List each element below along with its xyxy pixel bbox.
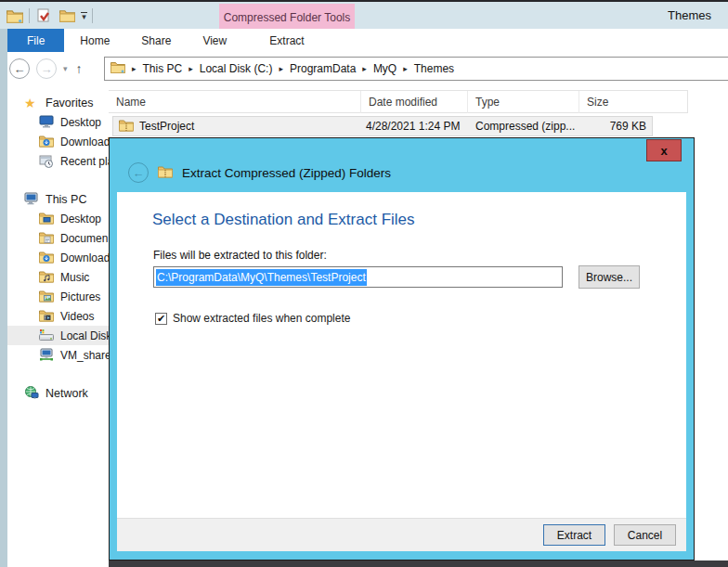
breadcrumb-programdata[interactable]: ProgramData [290, 62, 356, 75]
extract-dialog: x ← Extract Compressed (Zipped) Folders … [109, 137, 695, 561]
sidebar-item-desktop-fav[interactable]: Desktop [7, 112, 109, 132]
breadcrumb: ▸ This PC ▸ Local Disk (C:) ▸ ProgramDat… [125, 62, 454, 75]
ribbon-tab-row: File Home Share View Extract [0, 29, 728, 52]
sidebar-section-network[interactable]: Network [7, 383, 109, 403]
dialog-title: Extract Compressed (Zipped) Folders [182, 166, 391, 180]
zip-folder-icon [119, 119, 134, 134]
back-button[interactable]: ← [9, 58, 30, 79]
file-size: 769 KB [546, 117, 646, 135]
breadcrumb-myq[interactable]: MyQ [373, 62, 396, 75]
crumb-arrow-icon: ▸ [396, 64, 414, 73]
favorites-star-icon: ★ [24, 96, 39, 110]
address-bar[interactable]: ▸ This PC ▸ Local Disk (C:) ▸ ProgramDat… [104, 57, 728, 81]
window-folder-icon[interactable] [6, 6, 24, 25]
column-header-size[interactable]: Size [578, 91, 688, 113]
contextual-tab-group-label: Compressed Folder Tools [219, 4, 355, 31]
sidebar-label: Desktop [60, 213, 101, 226]
navigation-pane: ★ Favorites Desktop Download Recent pla … [7, 93, 109, 567]
crumb-arrow-icon: ▸ [356, 64, 373, 73]
file-name: TestProject [139, 120, 194, 133]
window-left-border [0, 29, 7, 567]
back-icon: ← [14, 62, 26, 76]
sidebar-item-desktop[interactable]: Desktop [7, 209, 109, 228]
sidebar-item-videos[interactable]: Videos [7, 306, 109, 326]
sidebar-item-pictures[interactable]: Pictures [7, 287, 109, 306]
sidebar-label: Music [60, 271, 89, 284]
qat-divider [29, 8, 30, 23]
this-pc-icon [24, 192, 39, 207]
new-folder-icon[interactable] [58, 6, 76, 25]
downloads-folder-icon [39, 135, 54, 149]
sidebar-label: Network [46, 387, 88, 400]
qat-divider [92, 8, 93, 23]
sidebar-label: Local Disk [60, 329, 109, 342]
show-files-checkbox-row[interactable]: ✔ Show extracted files when complete [155, 312, 350, 325]
window-bottom-shadow [109, 561, 728, 567]
network-globe-icon [24, 386, 39, 401]
breadcrumb-this-pc[interactable]: This PC [143, 62, 183, 75]
dialog-footer: Extract Cancel [117, 518, 686, 551]
checkbox-checked-icon[interactable]: ✔ [155, 313, 167, 325]
cancel-button[interactable]: Cancel [614, 524, 676, 546]
column-header-type[interactable]: Type [467, 91, 578, 113]
desktop-monitor-icon [39, 115, 54, 130]
local-disk-icon [39, 329, 54, 343]
extract-button[interactable]: Extract [543, 524, 605, 546]
network-drive-icon [39, 348, 54, 363]
destination-label: Files will be extracted to this folder: [153, 249, 327, 262]
crumb-arrow-icon: ▸ [182, 64, 200, 73]
crumb-arrow-icon: ▸ [272, 64, 290, 73]
sidebar-item-documents[interactable]: Documen [7, 228, 109, 248]
dialog-content: Select a Destination and Extract Files F… [117, 192, 686, 551]
column-header-name[interactable]: Name [109, 91, 360, 113]
sidebar-item-local-disk[interactable]: Local Disk [7, 326, 109, 345]
sidebar-label: Download [60, 135, 109, 148]
recent-locations-chevron-icon[interactable]: ▾ [63, 64, 68, 73]
sidebar-label: Favorites [46, 97, 93, 110]
properties-check-icon[interactable] [34, 6, 53, 25]
videos-folder-icon [39, 309, 54, 324]
sidebar-label: Download [60, 251, 109, 264]
breadcrumb-themes[interactable]: Themes [414, 62, 454, 75]
forward-button[interactable]: → [36, 58, 57, 79]
sidebar-item-recent-places[interactable]: Recent pla [7, 151, 109, 171]
pictures-folder-icon [39, 290, 54, 304]
tab-share[interactable]: Share [125, 29, 187, 52]
tab-home[interactable]: Home [64, 29, 125, 52]
sidebar-item-downloads[interactable]: Download [7, 248, 109, 267]
dialog-back-button[interactable]: ← [128, 162, 149, 183]
tab-file[interactable]: File [7, 29, 64, 52]
browse-button[interactable]: Browse... [578, 265, 640, 289]
dialog-heading: Select a Destination and Extract Files [152, 211, 415, 229]
dialog-close-button[interactable]: x [646, 139, 682, 161]
sidebar-item-downloads-fav[interactable]: Download [7, 132, 109, 151]
sidebar-label: Pictures [60, 290, 100, 303]
downloads-folder-icon [39, 251, 54, 265]
sidebar-item-music[interactable]: Music [7, 267, 109, 287]
sidebar-label: Desktop [60, 116, 101, 129]
breadcrumb-local-disk[interactable]: Local Disk (C:) [200, 62, 273, 75]
up-button[interactable]: ↑ [76, 61, 83, 76]
quick-access-toolbar: ▾ [6, 6, 93, 25]
destination-path-input[interactable]: C:\ProgramData\MyQ\Themes\TestProject [153, 266, 563, 288]
customize-qat-chevron-icon[interactable]: ▾ [81, 12, 87, 19]
sidebar-label: Documen [60, 232, 108, 245]
back-icon: ← [133, 166, 145, 180]
tab-extract[interactable]: Extract [219, 29, 355, 52]
window-title: Themes [668, 8, 711, 22]
checkbox-label: Show extracted files when complete [173, 312, 350, 325]
sidebar-item-vm-shared[interactable]: VM_share [7, 345, 109, 365]
close-x-icon: x [660, 145, 667, 157]
title-bar: ▾ Compressed Folder Tools Themes [0, 0, 728, 29]
sidebar-label: VM_share [60, 349, 109, 362]
file-row-testproject[interactable]: TestProject 4/28/2021 1:24 PM Compressed… [112, 116, 653, 136]
crumb-arrow-icon: ▸ [125, 64, 143, 73]
column-header-date-modified[interactable]: Date modified [360, 91, 467, 113]
zip-folder-icon [158, 165, 173, 180]
sidebar-label: This PC [46, 193, 86, 206]
column-header-row: Name Date modified Type Size [109, 90, 688, 113]
address-folder-icon [110, 61, 125, 76]
sidebar-section-this-pc[interactable]: This PC [7, 189, 109, 209]
sidebar-section-favorites[interactable]: ★ Favorites [7, 93, 109, 112]
address-toolbar: ← → ▾ ↑ ▸ This PC ▸ Local Disk (C:) ▸ Pr… [0, 52, 728, 85]
